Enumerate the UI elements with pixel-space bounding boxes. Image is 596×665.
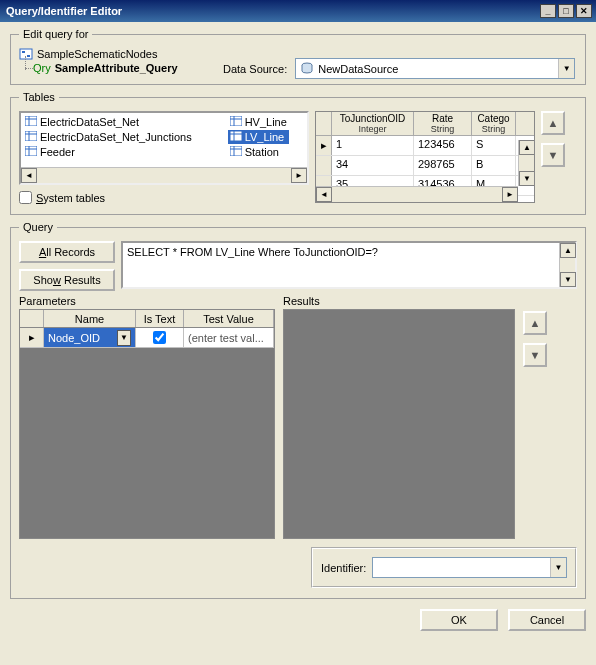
table-icon (230, 131, 242, 143)
identifier-group: Identifier: ▼ (311, 547, 577, 588)
tree-child-qry[interactable]: Qry SampleAttribute_Query (33, 62, 199, 74)
table-icon (25, 146, 37, 158)
query-tree[interactable]: SampleSchematicNodes Qry SampleAttribute… (19, 48, 199, 74)
col-header[interactable]: ToJunctionOID (334, 113, 411, 124)
datasource-combo[interactable]: NewDataSource ▼ (295, 58, 575, 79)
scroll-right-icon[interactable]: ► (291, 168, 307, 183)
svg-rect-7 (25, 131, 37, 141)
row-header-col (20, 310, 44, 327)
move-down-button[interactable]: ▼ (541, 143, 565, 167)
window-title: Query/Identifier Editor (6, 5, 122, 17)
qry-prefix: Qry (33, 62, 51, 74)
results-grid[interactable] (283, 309, 515, 539)
tables-hscrollbar[interactable]: ◄ ► (21, 167, 307, 183)
identifier-label: Identifier: (321, 562, 366, 574)
move-up-button[interactable]: ▲ (541, 111, 565, 135)
params-row[interactable]: ▸ Node_OID ▼ (enter test val... (20, 328, 274, 348)
titlebar[interactable]: Query/Identifier Editor _ □ ✕ (0, 0, 596, 22)
table-item[interactable]: HV_Line (228, 115, 289, 129)
params-header-istext[interactable]: Is Text (136, 310, 184, 327)
minimize-button[interactable]: _ (540, 4, 556, 18)
params-header-testvalue[interactable]: Test Value (184, 310, 274, 327)
grid-vscrollbar[interactable]: ▲ ▼ (518, 140, 534, 186)
query-legend: Query (19, 221, 57, 233)
sql-vscrollbar[interactable]: ▲ ▼ (559, 243, 575, 287)
tables-group: Tables ElectricDataSet_Net ElectricDataS… (10, 91, 586, 215)
svg-rect-19 (230, 146, 242, 156)
table-icon (25, 116, 37, 128)
grid-hscrollbar[interactable]: ◄ ► (316, 186, 518, 202)
datasource-icon (300, 61, 314, 77)
results-label: Results (283, 295, 515, 307)
datasource-value: NewDataSource (318, 63, 398, 75)
edit-query-legend: Edit query for (19, 28, 92, 40)
sql-text: SELECT * FROM LV_Line Where ToJunctionOI… (127, 246, 378, 258)
params-header-name[interactable]: Name (44, 310, 136, 327)
scroll-left-icon[interactable]: ◄ (316, 187, 332, 202)
table-icon (230, 116, 242, 128)
svg-rect-13 (230, 116, 242, 126)
show-results-button[interactable]: Show Results (19, 269, 115, 291)
table-item[interactable]: Station (228, 145, 289, 159)
maximize-button[interactable]: □ (558, 4, 574, 18)
chevron-down-icon[interactable]: ▼ (117, 330, 131, 346)
system-tables-checkbox[interactable] (19, 191, 32, 204)
ok-button[interactable]: OK (420, 609, 498, 631)
current-row-icon: ▸ (316, 136, 332, 155)
params-label: Parameters (19, 295, 275, 307)
chevron-down-icon[interactable]: ▼ (558, 59, 574, 78)
svg-rect-10 (25, 146, 37, 156)
svg-rect-1 (22, 51, 25, 53)
params-grid[interactable]: Name Is Text Test Value ▸ Node_OID ▼ (19, 309, 275, 539)
grid-row[interactable]: 34 298765 B (316, 156, 534, 176)
sql-textarea[interactable]: SELECT * FROM LV_Line Where ToJunctionOI… (121, 241, 577, 289)
edit-query-group: Edit query for SampleSchematicNodes Qry … (10, 28, 586, 85)
tables-legend: Tables (19, 91, 59, 103)
scroll-up-icon[interactable]: ▲ (519, 140, 535, 155)
results-down-button[interactable]: ▼ (523, 343, 547, 367)
scroll-down-icon[interactable]: ▼ (560, 272, 576, 287)
qry-name: SampleAttribute_Query (55, 62, 178, 74)
param-istext-checkbox[interactable] (153, 331, 166, 344)
all-records-button[interactable]: All Records (19, 241, 115, 263)
grid-row[interactable]: ▸ 1 123456 S (316, 136, 534, 156)
col-header[interactable]: Rate (416, 113, 469, 124)
table-item[interactable]: Feeder (23, 145, 194, 159)
scroll-right-icon[interactable]: ► (502, 187, 518, 202)
identifier-combo[interactable]: ▼ (372, 557, 567, 578)
current-row-icon: ▸ (20, 328, 44, 347)
close-button[interactable]: ✕ (576, 4, 592, 18)
results-up-button[interactable]: ▲ (523, 311, 547, 335)
table-item[interactable]: ElectricDataSet_Net_Junctions (23, 130, 194, 144)
datasource-label: Data Source: (223, 63, 287, 75)
table-item-selected[interactable]: LV_Line (228, 130, 289, 144)
scroll-left-icon[interactable]: ◄ (21, 168, 37, 183)
scroll-down-icon[interactable]: ▼ (519, 171, 535, 186)
scroll-up-icon[interactable]: ▲ (560, 243, 576, 258)
tree-root-label: SampleSchematicNodes (37, 48, 157, 60)
cancel-button[interactable]: Cancel (508, 609, 586, 631)
preview-grid[interactable]: ToJunctionOIDInteger RateString CategoSt… (315, 111, 535, 203)
table-icon (25, 131, 37, 143)
query-group: Query All Records Show Results SELECT * … (10, 221, 586, 599)
param-testvalue-cell[interactable]: (enter test val... (184, 328, 274, 347)
system-tables-label[interactable]: System tables (36, 192, 105, 204)
tables-list[interactable]: ElectricDataSet_Net ElectricDataSet_Net_… (19, 111, 309, 185)
param-name-combo[interactable]: Node_OID ▼ (44, 328, 135, 347)
table-item[interactable]: ElectricDataSet_Net (23, 115, 194, 129)
table-icon (230, 146, 242, 158)
col-header[interactable]: Catego (474, 113, 513, 124)
svg-rect-4 (25, 116, 37, 126)
svg-rect-2 (27, 55, 30, 57)
svg-rect-16 (230, 131, 242, 141)
chevron-down-icon[interactable]: ▼ (550, 558, 566, 577)
